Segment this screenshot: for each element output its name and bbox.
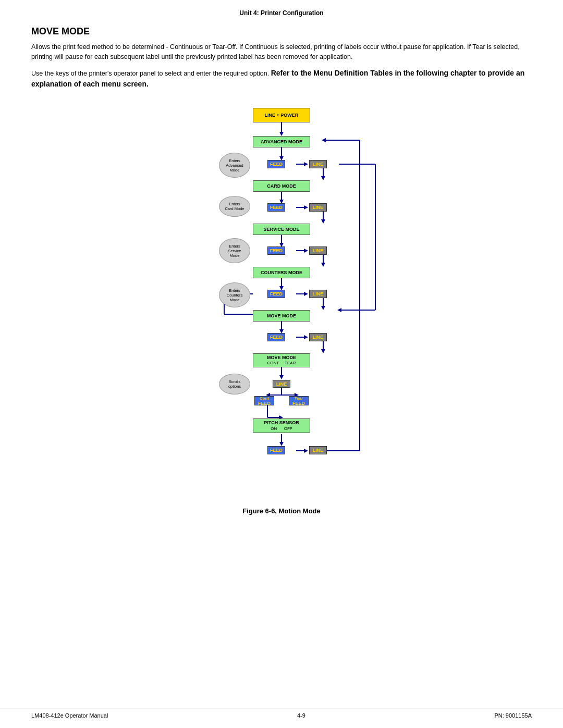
feed-btn-card: FEED xyxy=(267,203,285,212)
line-btn-move: LINE xyxy=(309,333,327,341)
svg-marker-31 xyxy=(321,349,325,353)
line-btn-advanced: LINE xyxy=(309,160,327,168)
line-btn-service: LINE xyxy=(309,246,327,255)
footer-left: LM408-412e Operator Manual xyxy=(31,712,108,719)
paragraph-1: Allows the print feed method to be deter… xyxy=(31,42,532,63)
feed-label: FEED xyxy=(258,401,271,406)
line-btn-bottom: LINE xyxy=(309,446,327,454)
scrolls-options-circle: Scrollsoptions xyxy=(219,374,250,394)
section-title: MOVE MODE xyxy=(31,26,532,37)
enters-card-circle: EntersCard Mode xyxy=(219,196,250,217)
svg-marker-33 xyxy=(279,375,284,379)
move-mode-sub-line2: CONT TEAR xyxy=(267,361,296,366)
pitch-sensor-line1: PITCH SENSOR xyxy=(264,420,299,426)
feed-btn-advanced: FEED xyxy=(267,160,285,168)
pitch-sensor-line2: ON OFF xyxy=(271,426,292,431)
diagram-container: LINE + POWER ADVANCED MODE EntersAdvance… xyxy=(31,101,532,497)
feed-btn-move: FEED xyxy=(267,333,285,341)
tear-feed-btn: Tear FEED xyxy=(289,396,309,405)
svg-marker-29 xyxy=(304,335,308,339)
feed-btn-service: FEED xyxy=(267,246,285,255)
footer-right: PN: 9001155A xyxy=(494,712,532,719)
counters-mode-box: COUNTERS MODE xyxy=(253,267,310,278)
enters-counters-circle: EntersCountersMode xyxy=(219,282,250,307)
line-btn-card: LINE xyxy=(309,203,327,212)
tear-label: Tear xyxy=(295,396,303,401)
svg-marker-19 xyxy=(321,263,325,267)
enters-advanced-circle: EntersAdvancedMode xyxy=(219,153,250,178)
svg-marker-25 xyxy=(321,306,325,310)
cont-label: Cont xyxy=(260,396,269,401)
footer-center: 4-9 xyxy=(297,712,305,719)
page-content: MOVE MODE Allows the print feed method t… xyxy=(0,21,563,515)
svg-marker-53 xyxy=(322,138,326,142)
advanced-mode-box: ADVANCED MODE xyxy=(253,136,310,147)
svg-marker-7 xyxy=(321,176,325,180)
svg-marker-17 xyxy=(304,249,308,253)
enters-service-circle: EntersServiceMode xyxy=(219,238,250,263)
diagram: LINE + POWER ADVANCED MODE EntersAdvance… xyxy=(172,101,391,497)
svg-marker-45 xyxy=(304,449,308,453)
svg-marker-13 xyxy=(321,219,325,224)
page-header: Unit 4: Printer Configuration xyxy=(0,0,563,21)
para2-normal: Use the keys of the printer's operator p… xyxy=(31,70,269,77)
line-btn-scrolls: LINE xyxy=(273,380,290,388)
svg-marker-11 xyxy=(304,205,308,209)
move-mode-sub-line1: MOVE MODE xyxy=(267,355,296,361)
move-mode-box: MOVE MODE xyxy=(253,310,310,322)
svg-marker-43 xyxy=(279,442,284,446)
feed-btn-counters: FEED xyxy=(267,290,285,298)
svg-marker-5 xyxy=(304,162,308,166)
line-btn-counters: LINE xyxy=(309,290,327,298)
paragraph-2: Use the keys of the printer's operator p… xyxy=(31,68,532,90)
feed-label-2: FEED xyxy=(292,401,305,406)
line-power-box: LINE + POWER xyxy=(253,108,310,122)
move-mode-sub-box: MOVE MODE CONT TEAR xyxy=(253,353,310,367)
feed-btn-bottom: FEED xyxy=(267,446,285,454)
card-mode-box: CARD MODE xyxy=(253,180,310,192)
page-footer: LM408-412e Operator Manual 4-9 PN: 90011… xyxy=(0,709,563,719)
pitch-sensor-box: PITCH SENSOR ON OFF xyxy=(253,418,310,433)
service-mode-box: SERVICE MODE xyxy=(253,224,310,235)
cont-feed-btn: Cont FEED xyxy=(254,396,274,405)
svg-marker-49 xyxy=(337,308,341,312)
svg-marker-23 xyxy=(304,292,308,296)
figure-caption: Figure 6-6, Motion Mode xyxy=(31,507,532,515)
svg-marker-1 xyxy=(279,132,284,136)
header-title: Unit 4: Printer Configuration xyxy=(239,9,323,17)
